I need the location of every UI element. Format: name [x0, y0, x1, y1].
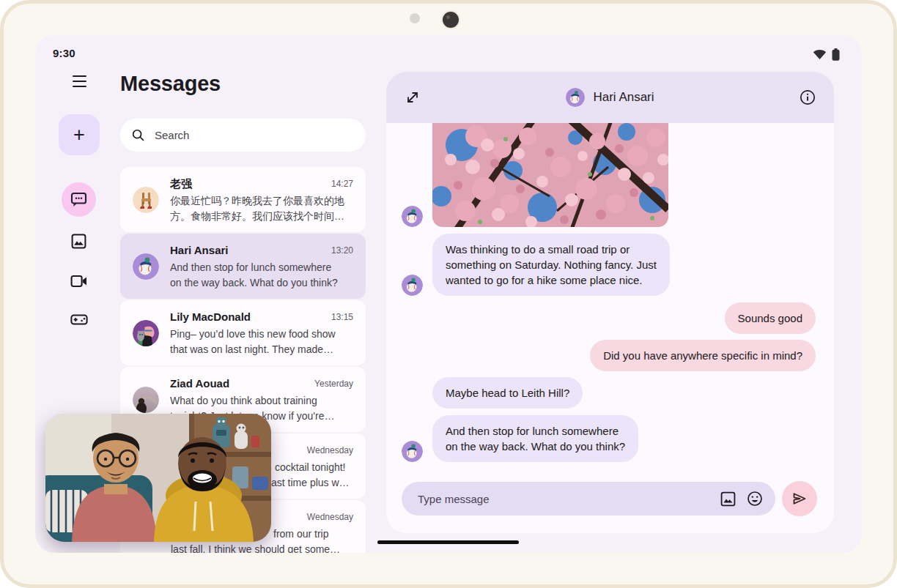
image-icon — [720, 491, 736, 507]
start-chat-button[interactable]: + — [59, 114, 100, 155]
front-camera — [441, 10, 460, 29]
photo-message-cherry-blossoms[interactable] — [432, 123, 668, 227]
conversation-name: Lily MacDonald — [170, 310, 251, 323]
status-icons — [813, 48, 840, 61]
conversation-preview: And then stop for lunch somewhere on the… — [170, 260, 355, 291]
message-bubble[interactable]: Did you have anywhere specific in mind? — [590, 340, 816, 371]
conversation-item-laoqiang[interactable]: 老强 14:27 你最近忙吗？昨晚我去了你最喜欢的地 方。食物非常好。我们应该找… — [120, 167, 366, 232]
avatar-baseball — [133, 253, 159, 280]
image-icon — [71, 234, 86, 249]
conversation-preview-fragment: last fall. I think we should get some… — [171, 542, 340, 553]
message-row-outgoing: Sounds good — [402, 302, 816, 334]
message-row-outgoing: Did you have anywhere specific in mind? — [402, 340, 816, 371]
avatar-baseball — [402, 275, 423, 296]
attach-image-button[interactable] — [719, 490, 737, 507]
open-in-full-icon[interactable] — [405, 89, 421, 105]
sidebar-item-photos[interactable] — [62, 224, 96, 258]
message-bubble[interactable]: Sounds good — [725, 302, 816, 334]
send-icon — [791, 490, 808, 507]
conversation-item-hari-ansari[interactable]: Hari Ansari 13:20 And then stop for lunc… — [120, 234, 366, 299]
chat-contact[interactable]: Hari Ansari — [566, 88, 654, 107]
conversation-time: 13:20 — [331, 245, 353, 256]
message-list: Was thinking to do a small road trip or … — [386, 123, 834, 475]
message-input[interactable] — [416, 492, 709, 506]
message-row-incoming: Maybe head to Leith Hill? — [402, 377, 816, 409]
screen: 9:30 + — [35, 35, 862, 553]
plus-icon: + — [73, 124, 85, 146]
conversation-time: 13:15 — [331, 312, 353, 322]
gamepad-icon — [70, 314, 88, 325]
message-bubble[interactable]: And then stop for lunch somewhere on the… — [432, 415, 638, 462]
sidebar-item-games[interactable] — [62, 302, 96, 337]
sidebar-item-chats[interactable] — [62, 182, 96, 217]
videocam-icon — [70, 275, 88, 288]
screenshot-root: { "status_bar": { "time": "9:30", "icons… — [0, 0, 897, 588]
conversation-time: Wednesday — [307, 445, 353, 455]
conversation-time: Yesterday — [314, 379, 353, 389]
chat-pane: Hari Ansari — [386, 72, 834, 533]
search-bar[interactable] — [120, 119, 366, 152]
conversation-item-lily-macdonald[interactable]: Lily MacDonald 13:15 Ping– you’d love th… — [120, 300, 366, 365]
search-icon — [132, 128, 144, 142]
wifi-icon — [813, 49, 827, 60]
page-title: Messages — [120, 72, 221, 96]
message-input-pill[interactable] — [402, 482, 775, 516]
conversation-preview-fragment: cocktail tonight! — [275, 460, 346, 475]
avatar-baseball — [402, 441, 423, 462]
search-input[interactable] — [153, 128, 354, 142]
video-call-pip[interactable] — [45, 414, 271, 542]
chat-contact-name: Hari Ansari — [593, 90, 654, 105]
battery-icon — [832, 48, 840, 61]
avatar-ziad — [133, 387, 159, 413]
conversation-name: 老强 — [170, 177, 192, 191]
info-icon[interactable] — [799, 89, 816, 106]
conversation-time: 14:27 — [331, 179, 353, 189]
conversation-name: Hari Ansari — [170, 244, 228, 256]
message-bubble[interactable]: Maybe head to Leith Hill? — [432, 377, 583, 409]
message-row-incoming: And then stop for lunch somewhere on the… — [402, 415, 816, 462]
menu-icon[interactable] — [73, 75, 86, 87]
conversation-preview: 你最近忙吗？昨晚我去了你最喜欢的地 方。食物非常好。我们应该找个时间… — [170, 193, 355, 224]
conversation-preview-fragment: from our trip — [273, 526, 328, 542]
conversation-name: Ziad Aouad — [170, 377, 229, 390]
gesture-navigation-bar[interactable] — [377, 540, 519, 544]
conversation-preview-fragment: ast time plus w… — [271, 475, 350, 491]
chat-header: Hari Ansari — [386, 72, 834, 123]
conversation-preview: Ping– you’d love this new food show that… — [170, 327, 355, 357]
light-sensor — [410, 13, 420, 23]
send-button[interactable] — [782, 481, 817, 516]
avatar-baseball — [402, 206, 423, 227]
compose-bar — [402, 481, 817, 516]
message-row-image — [402, 123, 816, 227]
sidebar-item-video[interactable] — [62, 264, 96, 298]
chat-bubble-icon — [70, 192, 87, 207]
emoji-button[interactable] — [746, 490, 764, 507]
conversation-time: Wednesday — [307, 512, 353, 522]
avatar-baseball — [566, 88, 585, 107]
emoji-icon — [747, 491, 763, 507]
avatar-lily — [133, 320, 159, 346]
message-bubble[interactable]: Was thinking to do a small road trip or … — [432, 234, 670, 296]
message-row-incoming: Was thinking to do a small road trip or … — [402, 234, 816, 296]
avatar-chair — [133, 187, 159, 213]
